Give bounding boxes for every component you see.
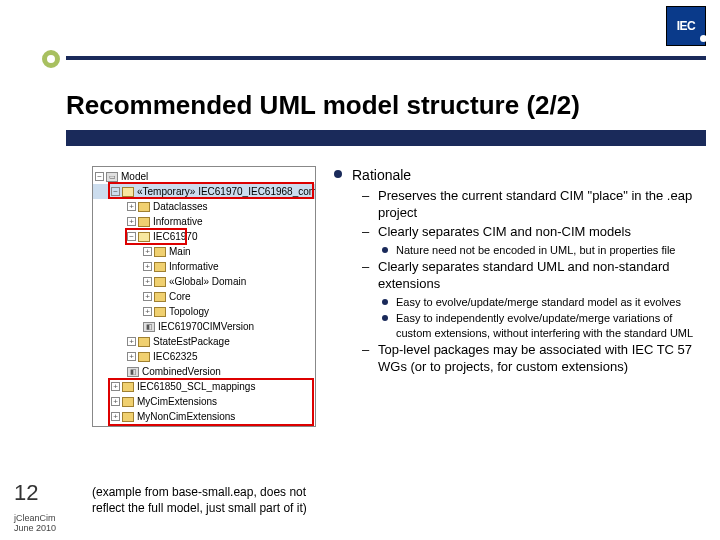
tree-node: +Main bbox=[93, 244, 315, 259]
bullet-l2: –Top-level packages may be associated wi… bbox=[362, 342, 706, 376]
tree-node: +Dataclasses bbox=[93, 199, 315, 214]
tree-caption: (example from base-small.eap, does not r… bbox=[92, 485, 316, 516]
tree-node: −«Temporary» IEC61970_IEC61968_combined bbox=[93, 184, 315, 199]
bullet-l1: Rationale bbox=[334, 166, 706, 184]
tree-node: −IEC61970 bbox=[93, 229, 315, 244]
title-bar bbox=[66, 130, 706, 146]
right-column: Rationale –Preserves the current standar… bbox=[334, 166, 706, 530]
tree-node: +«Global» Domain bbox=[93, 274, 315, 289]
bullet-l3: Easy to evolve/update/merge standard mod… bbox=[382, 295, 706, 309]
top-divider bbox=[66, 56, 706, 60]
tree-node: +MyNonCimExtensions bbox=[93, 409, 315, 424]
tree-node: +Informative bbox=[93, 214, 315, 229]
tree-node: +StateEstPackage bbox=[93, 334, 315, 349]
rationale-header: Rationale bbox=[352, 166, 411, 184]
tree-node: +Topology bbox=[93, 304, 315, 319]
accent-circle bbox=[42, 50, 60, 68]
bullet-icon bbox=[382, 247, 388, 253]
bullet-l2: –Preserves the current standard CIM "pla… bbox=[362, 188, 706, 222]
slide: IEC Recommended UML model structure (2/2… bbox=[0, 0, 720, 540]
content-area: −▭Model −«Temporary» IEC61970_IEC61968_c… bbox=[92, 166, 706, 530]
tree-node: +Core bbox=[93, 289, 315, 304]
bullet-icon bbox=[334, 170, 342, 178]
bullet-l3: Easy to independently evolve/update/merg… bbox=[382, 311, 706, 340]
slide-number: 12 bbox=[14, 480, 38, 506]
slide-title: Recommended UML model structure (2/2) bbox=[66, 90, 706, 121]
model-tree: −▭Model −«Temporary» IEC61970_IEC61968_c… bbox=[92, 166, 316, 427]
tree-wrapper: −▭Model −«Temporary» IEC61970_IEC61968_c… bbox=[92, 166, 316, 427]
tree-node: ◧IEC61970CIMVersion bbox=[93, 319, 315, 334]
tree-root: −▭Model bbox=[93, 169, 315, 184]
iec-logo: IEC bbox=[666, 6, 706, 46]
bullet-icon bbox=[382, 315, 388, 321]
bullet-l2: –Clearly separates CIM and non-CIM model… bbox=[362, 224, 706, 241]
tree-node: +IEC62325 bbox=[93, 349, 315, 364]
tree-node: ◧CombinedVersion bbox=[93, 364, 315, 379]
footer-line-2: June 2010 bbox=[14, 524, 56, 534]
left-column: −▭Model −«Temporary» IEC61970_IEC61968_c… bbox=[92, 166, 316, 530]
tree-node: +Informative bbox=[93, 259, 315, 274]
bullet-l3: Nature need not be encoded in UML, but i… bbox=[382, 243, 706, 257]
footer: jCleanCim June 2010 bbox=[14, 514, 56, 534]
tree-node: +MyCimExtensions bbox=[93, 394, 315, 409]
tree-node: +IEC61850_SCL_mappings bbox=[93, 379, 315, 394]
bullet-l2: –Clearly separates standard UML and non-… bbox=[362, 259, 706, 293]
bullet-icon bbox=[382, 299, 388, 305]
